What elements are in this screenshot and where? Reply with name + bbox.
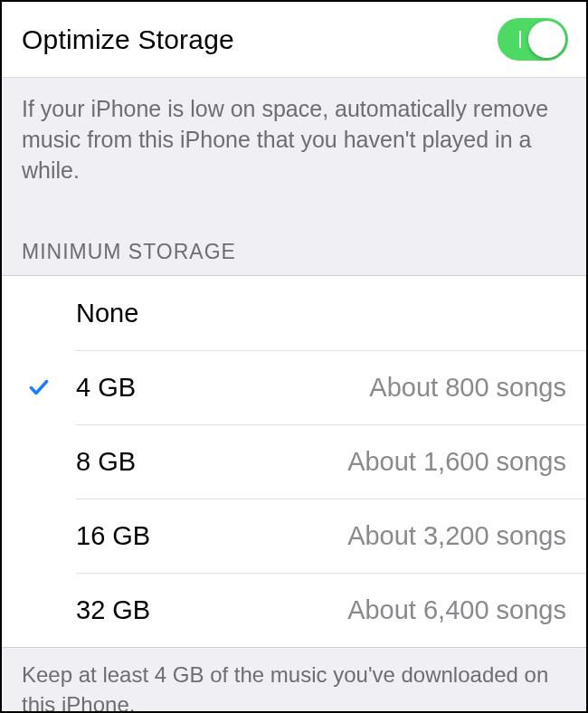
- toggle-knob-icon: [528, 21, 565, 58]
- storage-option-16gb[interactable]: 16 GB About 3,200 songs: [2, 499, 586, 573]
- section-header-minimum-storage: MINIMUM STORAGE: [2, 193, 586, 275]
- optimize-storage-row: Optimize Storage: [2, 2, 586, 78]
- storage-option-label: None: [76, 299, 138, 328]
- storage-option-detail: About 800 songs: [369, 373, 566, 403]
- storage-option-label: 32 GB: [76, 595, 150, 625]
- minimum-storage-list: None 4 GB About 800 songs 8 GB About 1,6…: [2, 275, 586, 648]
- storage-option-detail: About 6,400 songs: [347, 595, 566, 625]
- checkmark-slot: [2, 376, 76, 399]
- storage-option-8gb[interactable]: 8 GB About 1,600 songs: [2, 424, 586, 499]
- storage-option-detail: About 1,600 songs: [347, 447, 566, 477]
- storage-option-detail: About 3,200 songs: [347, 521, 566, 551]
- footer-note: Keep at least 4 GB of the music you've d…: [2, 648, 586, 713]
- storage-option-32gb[interactable]: 32 GB About 6,400 songs: [2, 573, 586, 647]
- optimize-storage-toggle[interactable]: [498, 18, 568, 61]
- storage-option-label: 8 GB: [76, 447, 136, 477]
- checkmark-icon: [27, 376, 51, 399]
- storage-option-label: 4 GB: [76, 373, 136, 403]
- optimize-storage-title: Optimize Storage: [22, 24, 234, 55]
- storage-option-4gb[interactable]: 4 GB About 800 songs: [2, 350, 586, 424]
- optimize-storage-description: If your iPhone is low on space, automati…: [2, 78, 586, 193]
- storage-option-none[interactable]: None: [2, 276, 586, 350]
- storage-option-label: 16 GB: [76, 521, 150, 551]
- toggle-on-indicator-icon: [519, 31, 521, 48]
